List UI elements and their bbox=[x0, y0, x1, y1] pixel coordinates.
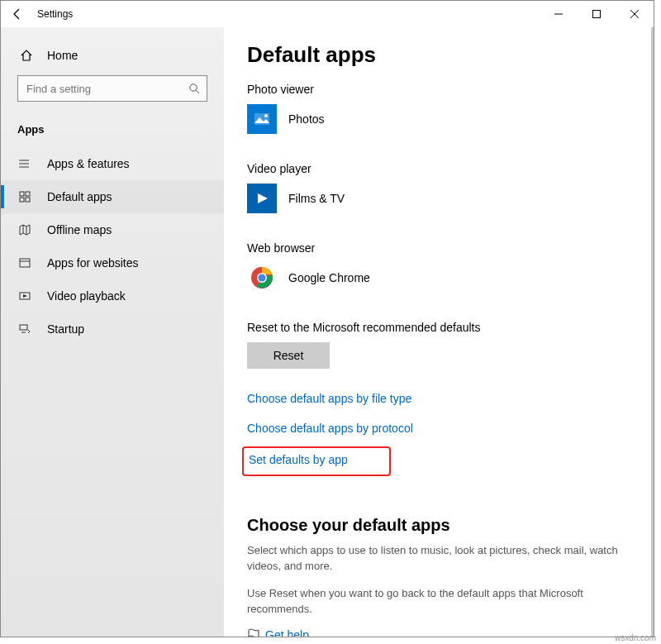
scrollbar[interactable] bbox=[651, 27, 654, 637]
reset-label: Reset to the Microsoft recommended defau… bbox=[247, 321, 630, 334]
search-input[interactable] bbox=[25, 82, 188, 96]
svg-rect-19 bbox=[20, 325, 27, 330]
choose-paragraph-1: Select which apps to use to listen to mu… bbox=[247, 543, 630, 575]
page-title: Default apps bbox=[247, 42, 630, 68]
home-link[interactable]: Home bbox=[1, 44, 224, 75]
minimize-button[interactable] bbox=[540, 1, 578, 27]
svg-rect-15 bbox=[26, 198, 30, 202]
nav-label: Default apps bbox=[47, 190, 112, 203]
watermark: wsxdn.com bbox=[615, 633, 656, 642]
svg-point-9 bbox=[19, 160, 21, 161]
svg-point-11 bbox=[19, 166, 21, 168]
video-icon bbox=[17, 290, 32, 302]
svg-rect-14 bbox=[20, 198, 24, 202]
choose-heading: Choose your default apps bbox=[247, 516, 630, 535]
close-button[interactable] bbox=[616, 1, 654, 27]
nav-label: Offline maps bbox=[47, 223, 112, 236]
svg-line-5 bbox=[196, 90, 199, 93]
choose-paragraph-2: Use Reset when you want to go back to th… bbox=[247, 586, 630, 618]
svg-rect-16 bbox=[20, 259, 30, 267]
nav-label: Startup bbox=[47, 322, 84, 336]
home-icon bbox=[17, 49, 36, 62]
maximize-button[interactable] bbox=[578, 1, 616, 27]
link-filetype[interactable]: Choose default apps by file type bbox=[247, 392, 630, 405]
reset-button[interactable]: Reset bbox=[247, 342, 330, 369]
web-browser-app[interactable]: Google Chrome bbox=[247, 263, 630, 293]
nav-video-playback[interactable]: Video playback bbox=[1, 279, 224, 312]
list-icon bbox=[17, 158, 32, 169]
nav-offline-maps[interactable]: Offline maps bbox=[1, 213, 224, 246]
app-name: Google Chrome bbox=[288, 271, 370, 284]
svg-point-4 bbox=[190, 84, 197, 91]
svg-point-22 bbox=[264, 114, 268, 117]
search-box[interactable] bbox=[17, 75, 207, 102]
video-player-app[interactable]: Films & TV bbox=[247, 184, 630, 213]
defaults-icon bbox=[17, 191, 32, 203]
photo-viewer-label: Photo viewer bbox=[247, 83, 630, 96]
nav-label: Video playback bbox=[47, 289, 126, 303]
home-label: Home bbox=[47, 49, 78, 62]
help-icon bbox=[247, 628, 265, 637]
link-set-defaults-by-app[interactable]: Set defaults by app bbox=[249, 453, 348, 466]
settings-window: Settings Home Apps bbox=[0, 0, 654, 637]
link-protocol[interactable]: Choose default apps by protocol bbox=[247, 422, 630, 435]
svg-rect-1 bbox=[593, 11, 601, 18]
app-name: Films & TV bbox=[288, 192, 345, 205]
category-header: Apps bbox=[1, 118, 224, 147]
get-help-link: Get help bbox=[265, 628, 309, 637]
content-body: Home Apps Apps & features Default apps bbox=[1, 27, 654, 637]
nav-apps-websites[interactable]: Apps for websites bbox=[1, 246, 224, 279]
video-player-label: Video player bbox=[247, 162, 630, 175]
nav-label: Apps for websites bbox=[47, 256, 139, 270]
svg-point-25 bbox=[259, 274, 266, 282]
sidebar: Home Apps Apps & features Default apps bbox=[1, 27, 224, 637]
svg-point-10 bbox=[19, 163, 21, 165]
back-button[interactable] bbox=[11, 7, 37, 21]
nav-default-apps[interactable]: Default apps bbox=[1, 180, 224, 213]
svg-rect-13 bbox=[26, 192, 30, 196]
window-controls bbox=[540, 1, 654, 27]
web-browser-label: Web browser bbox=[247, 241, 630, 255]
nav-label: Apps & features bbox=[47, 157, 130, 170]
photo-viewer-app[interactable]: Photos bbox=[247, 104, 630, 134]
chrome-icon bbox=[247, 263, 277, 293]
main-panel: Default apps Photo viewer Photos Video p… bbox=[224, 27, 654, 637]
search-icon bbox=[188, 83, 200, 94]
map-icon bbox=[17, 224, 32, 236]
app-name: Photos bbox=[288, 112, 325, 126]
svg-rect-12 bbox=[20, 192, 24, 196]
nav-apps-features[interactable]: Apps & features bbox=[1, 147, 224, 180]
nav-startup[interactable]: Startup bbox=[1, 312, 224, 346]
films-tv-icon bbox=[247, 184, 277, 213]
titlebar: Settings bbox=[1, 1, 654, 27]
get-help-row[interactable]: Get help bbox=[247, 628, 630, 637]
startup-icon bbox=[17, 323, 32, 335]
highlight-box: Set defaults by app bbox=[242, 446, 391, 476]
websites-icon bbox=[17, 257, 32, 269]
window-title: Settings bbox=[37, 8, 73, 20]
photos-icon bbox=[247, 104, 277, 134]
nav-list: Apps & features Default apps Offline map… bbox=[1, 147, 224, 346]
